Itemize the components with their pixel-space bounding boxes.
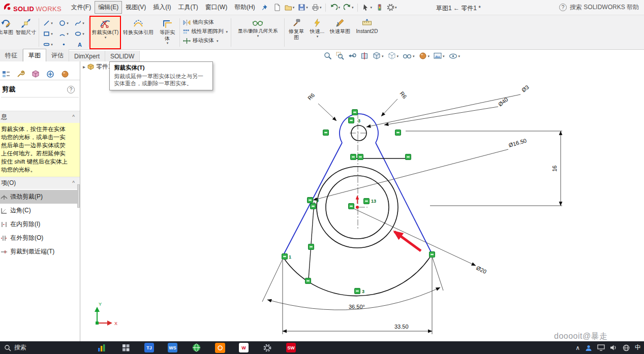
undo-button[interactable]: ▾ (328, 3, 342, 12)
print-button[interactable]: ▾ (310, 3, 323, 12)
taskbar-app-ws[interactable]: WS (168, 343, 177, 352)
centerlines[interactable] (348, 113, 367, 229)
sketch-origin-triad[interactable]: X Y (96, 302, 117, 326)
menu-help[interactable]: 帮助(H) (231, 1, 259, 14)
tray-chevron-icon[interactable]: ∧ (575, 344, 580, 351)
dim-dia16-50[interactable]: Ø16.50 (508, 137, 527, 148)
circle-tool-button[interactable]: ▾ (56, 18, 72, 28)
option-trim-to-closest[interactable]: 剪裁到最近端(T) (0, 245, 80, 259)
repair-sketch-button[interactable]: 修复草 图 (286, 16, 307, 49)
redo-button[interactable]: ▾ (342, 3, 355, 12)
select-button[interactable]: ▾ (360, 3, 374, 12)
constraint-marker[interactable] (364, 199, 370, 204)
constraint-marker[interactable] (355, 288, 360, 294)
leader-r6-left[interactable] (318, 104, 336, 121)
option-corner[interactable]: 边角(C) (0, 204, 80, 217)
mirror-entities-button[interactable]: 镜向实体 (183, 19, 228, 26)
offset-entities-button[interactable]: 等距实 体 ▾ (156, 16, 178, 49)
menu-tools[interactable]: 工具(T) (175, 1, 202, 14)
constraint-marker[interactable] (309, 244, 314, 250)
section-view-button[interactable] (360, 51, 369, 60)
quick-snaps-button[interactable]: 快速... ▾ (307, 16, 327, 49)
display-style-button[interactable]: ▾ (387, 51, 400, 60)
extension-line[interactable] (262, 259, 283, 302)
open-document-button[interactable]: ▾ (283, 3, 296, 12)
line-tool-button[interactable]: ▾ (40, 18, 56, 28)
ime-indicator[interactable]: 中 (635, 343, 641, 352)
display-delete-relations-button[interactable]: 显示/删除几何关系 ▾ (232, 16, 283, 49)
dim-dia3[interactable]: Ø3 (520, 84, 530, 93)
dim-33-50[interactable]: 33.50 (394, 324, 409, 330)
constraint-marker[interactable] (282, 254, 288, 260)
constraint-marker[interactable] (352, 110, 358, 115)
dim-dia20[interactable]: Ø20 (475, 265, 487, 275)
convert-entities-button[interactable]: 转换实体引用 (120, 16, 156, 49)
options-section-header[interactable]: 项(O) ^ (0, 177, 80, 189)
dim-dia40[interactable]: Ø40 (497, 96, 509, 107)
taskbar-app-tj[interactable]: TJ (144, 343, 154, 352)
tray-network-icon[interactable] (623, 344, 630, 351)
taskbar-app-wps[interactable]: W (239, 343, 249, 352)
save-button[interactable]: ▾ (296, 3, 310, 12)
leader-dia40[interactable] (384, 107, 498, 125)
panel-resize-handle[interactable] (77, 184, 80, 208)
tab-dimxpert[interactable]: DimXpert (69, 51, 105, 61)
instant2d-button[interactable]: Instant2D (353, 16, 381, 49)
new-document-button[interactable] (272, 3, 283, 12)
view-orientation-button[interactable]: ▾ (372, 51, 384, 60)
constraint-marker[interactable] (430, 252, 435, 258)
configuration-manager-tab-icon[interactable] (32, 70, 40, 78)
trim-entities-button[interactable]: 剪裁实体(T) ▾ (90, 16, 120, 49)
menu-edit[interactable]: 编辑(E) (95, 1, 122, 14)
dim-r6-right[interactable]: R6 (398, 90, 408, 100)
constraint-markers[interactable]: 3 13 9 1 3 (282, 110, 435, 295)
taskbar-app-solidworks[interactable]: SW (286, 343, 296, 352)
constraint-marker[interactable] (349, 204, 354, 209)
leader-dia3[interactable] (366, 94, 520, 127)
tray-speaker-icon[interactable] (610, 344, 618, 351)
arc-tool-button[interactable]: ▾ (56, 28, 72, 39)
taskbar-app-grid[interactable] (120, 343, 131, 353)
display-manager-tab-icon[interactable] (61, 70, 69, 78)
previous-view-button[interactable] (348, 51, 357, 60)
view-settings-button[interactable]: ▾ (448, 52, 461, 60)
dim-16[interactable]: 16 (551, 166, 558, 172)
exit-sketch-button[interactable]: 出草图 (0, 16, 14, 49)
property-manager-tab-icon[interactable] (17, 70, 25, 78)
hide-show-items-button[interactable]: ▾ (402, 52, 415, 60)
option-trim-away-inside[interactable]: 在内剪除(I) (0, 217, 80, 231)
tab-sketch[interactable]: 草图 (23, 49, 46, 61)
rebuild-button[interactable] (374, 3, 385, 12)
taskbar-app-chart[interactable] (97, 343, 107, 353)
apply-scene-button[interactable]: ▾ (433, 52, 445, 60)
tray-display-icon[interactable] (597, 344, 605, 351)
text-tool-button[interactable]: A (72, 39, 87, 50)
menu-file[interactable]: 文件(F) (68, 1, 95, 14)
constraint-marker[interactable] (349, 118, 354, 123)
help-search[interactable]: ? 搜索 SOLIDWORKS 帮助 (559, 3, 639, 12)
rectangle-tool-button[interactable]: ▾ (40, 28, 56, 39)
taskbar-app-globe[interactable] (191, 343, 201, 353)
tray-person-icon[interactable] (585, 344, 592, 351)
slot-tool-button[interactable]: ▾ (40, 39, 56, 50)
feature-manager-tab-icon[interactable] (2, 70, 10, 78)
edit-appearance-button[interactable]: ▾ (418, 51, 431, 60)
point-tool-button[interactable] (56, 39, 72, 50)
sketch-canvas[interactable]: 16 Ø3 Ø40 Ø16.50 Ø20 36.50° 33.50 R6 R6 (80, 50, 644, 341)
taskbar-app-settings[interactable] (262, 343, 272, 353)
dimxpert-manager-tab-icon[interactable] (46, 70, 54, 78)
option-power-trim[interactable]: 强劲剪裁(P) (0, 190, 80, 204)
ellipse-tool-button[interactable]: ▾ (72, 28, 87, 39)
menu-insert[interactable]: 插入(I) (149, 1, 174, 14)
pin-menu-icon[interactable] (261, 4, 268, 11)
move-entities-button[interactable]: 移动实体 ▾ (183, 37, 228, 44)
constraint-marker[interactable] (305, 278, 311, 284)
constraint-marker[interactable] (311, 204, 316, 209)
constraint-marker[interactable] (358, 154, 363, 160)
extension-line[interactable] (432, 256, 443, 291)
tab-evaluate[interactable]: 评估 (46, 49, 69, 61)
smart-dimension-button[interactable]: 智能尺寸 (14, 16, 38, 49)
tab-solidworks-addins[interactable]: SOLIDW (105, 51, 140, 61)
taskbar-app-orange[interactable] (215, 343, 225, 353)
constraint-marker[interactable] (406, 154, 411, 160)
